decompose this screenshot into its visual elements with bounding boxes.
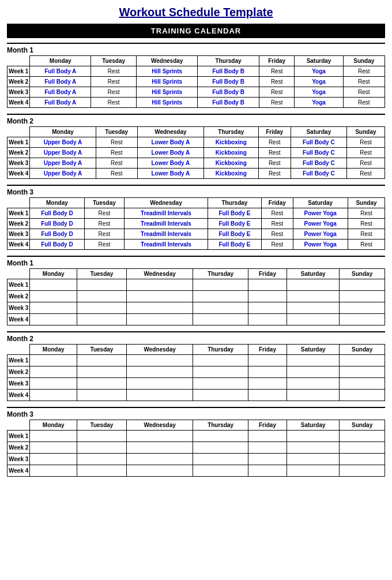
empty-schedule-cell[interactable]	[287, 378, 339, 390]
empty-schedule-cell[interactable]	[248, 279, 287, 291]
day-header: Tuesday	[77, 269, 127, 279]
empty-schedule-cell[interactable]	[340, 279, 385, 291]
empty-schedule-cell[interactable]	[340, 378, 385, 390]
empty-schedule-cell[interactable]	[126, 279, 193, 291]
empty-schedule-cell[interactable]	[77, 442, 127, 454]
empty-schedule-cell[interactable]	[340, 442, 385, 454]
week-label: Week 1	[7, 208, 30, 219]
empty-schedule-cell[interactable]	[30, 431, 77, 442]
empty-schedule-cell[interactable]	[287, 291, 339, 302]
month-section: Month 3MondayTuesdayWednesdayThursdayFri…	[7, 185, 385, 250]
empty-schedule-cell[interactable]	[340, 454, 385, 465]
empty-schedule-cell[interactable]	[248, 302, 287, 314]
empty-schedule-cell[interactable]	[77, 302, 127, 314]
empty-schedule-cell[interactable]	[287, 390, 339, 401]
empty-schedule-cell[interactable]	[193, 314, 248, 325]
empty-schedule-cell[interactable]	[248, 355, 287, 366]
empty-schedule-cell[interactable]	[340, 390, 385, 401]
empty-schedule-cell[interactable]	[30, 279, 77, 291]
empty-schedule-cell[interactable]	[126, 366, 193, 378]
empty-schedule-cell[interactable]	[193, 454, 248, 465]
schedule-cell: Power Yoga	[293, 240, 348, 250]
empty-schedule-cell[interactable]	[77, 390, 127, 401]
empty-schedule-cell[interactable]	[287, 302, 339, 314]
schedule-cell: Rest	[84, 229, 125, 240]
empty-schedule-cell[interactable]	[193, 355, 248, 366]
empty-schedule-cell[interactable]	[193, 431, 248, 442]
empty-schedule-cell[interactable]	[287, 465, 339, 477]
empty-schedule-cell[interactable]	[248, 442, 287, 454]
empty-schedule-cell[interactable]	[30, 390, 77, 401]
empty-schedule-cell[interactable]	[248, 465, 287, 477]
empty-schedule-cell[interactable]	[77, 465, 127, 477]
schedule-cell: Power Yoga	[293, 229, 348, 240]
empty-schedule-cell[interactable]	[248, 390, 287, 401]
schedule-cell: Rest	[96, 137, 137, 148]
empty-schedule-cell[interactable]	[30, 442, 77, 454]
empty-schedule-cell[interactable]	[193, 302, 248, 314]
empty-schedule-cell[interactable]	[193, 442, 248, 454]
empty-schedule-cell[interactable]	[77, 454, 127, 465]
empty-schedule-cell[interactable]	[126, 431, 193, 442]
empty-schedule-cell[interactable]	[30, 355, 77, 366]
empty-schedule-cell[interactable]	[77, 355, 127, 366]
empty-schedule-cell[interactable]	[248, 378, 287, 390]
empty-schedule-cell[interactable]	[193, 291, 248, 302]
empty-schedule-cell[interactable]	[287, 314, 339, 325]
empty-schedule-cell[interactable]	[126, 314, 193, 325]
month-label: Month 3	[7, 188, 385, 196]
empty-schedule-cell[interactable]	[287, 454, 339, 465]
empty-schedule-cell[interactable]	[30, 314, 77, 325]
empty-schedule-cell[interactable]	[193, 465, 248, 477]
schedule-cell: Rest	[258, 158, 291, 169]
empty-schedule-cell[interactable]	[126, 302, 193, 314]
table-row: Week 4Full Body DRestTreadmill Intervals…	[7, 240, 385, 250]
empty-schedule-cell[interactable]	[126, 454, 193, 465]
empty-schedule-cell[interactable]	[248, 314, 287, 325]
empty-schedule-cell[interactable]	[77, 314, 127, 325]
empty-schedule-cell[interactable]	[77, 431, 127, 442]
empty-schedule-cell[interactable]	[287, 431, 339, 442]
empty-schedule-cell[interactable]	[340, 355, 385, 366]
empty-schedule-cell[interactable]	[340, 431, 385, 442]
empty-schedule-cell[interactable]	[30, 366, 77, 378]
empty-schedule-cell[interactable]	[287, 279, 339, 291]
empty-schedule-cell[interactable]	[126, 390, 193, 401]
empty-schedule-cell[interactable]	[340, 366, 385, 378]
empty-schedule-cell[interactable]	[287, 355, 339, 366]
empty-schedule-cell[interactable]	[340, 302, 385, 314]
empty-schedule-cell[interactable]	[193, 378, 248, 390]
empty-schedule-cell[interactable]	[126, 465, 193, 477]
schedule-cell: Kickboxing	[204, 158, 259, 169]
schedule-cell: Rest	[84, 208, 125, 219]
empty-schedule-cell[interactable]	[77, 291, 127, 302]
empty-schedule-cell[interactable]	[30, 378, 77, 390]
empty-schedule-cell[interactable]	[287, 442, 339, 454]
empty-schedule-cell[interactable]	[77, 366, 127, 378]
empty-schedule-cell[interactable]	[30, 291, 77, 302]
empty-schedule-cell[interactable]	[126, 355, 193, 366]
empty-schedule-cell[interactable]	[248, 291, 287, 302]
empty-schedule-cell[interactable]	[77, 378, 127, 390]
empty-schedule-cell[interactable]	[30, 454, 77, 465]
empty-schedule-cell[interactable]	[340, 314, 385, 325]
week-label: Week 2	[7, 442, 30, 454]
empty-schedule-cell[interactable]	[248, 454, 287, 465]
empty-schedule-cell[interactable]	[77, 279, 127, 291]
empty-schedule-cell[interactable]	[340, 465, 385, 477]
empty-schedule-cell[interactable]	[126, 378, 193, 390]
month-label: Month 1	[7, 46, 385, 54]
empty-schedule-cell[interactable]	[248, 366, 287, 378]
schedule-cell: Rest	[346, 137, 385, 148]
empty-schedule-cell[interactable]	[193, 279, 248, 291]
empty-schedule-cell[interactable]	[193, 366, 248, 378]
empty-schedule-cell[interactable]	[30, 302, 77, 314]
empty-schedule-cell[interactable]	[193, 390, 248, 401]
empty-schedule-cell[interactable]	[287, 366, 339, 378]
empty-schedule-cell[interactable]	[248, 431, 287, 442]
empty-schedule-cell[interactable]	[126, 442, 193, 454]
empty-schedule-cell[interactable]	[340, 291, 385, 302]
empty-schedule-cell[interactable]	[126, 291, 193, 302]
empty-schedule-cell[interactable]	[30, 465, 77, 477]
day-header: Saturday	[287, 420, 339, 431]
